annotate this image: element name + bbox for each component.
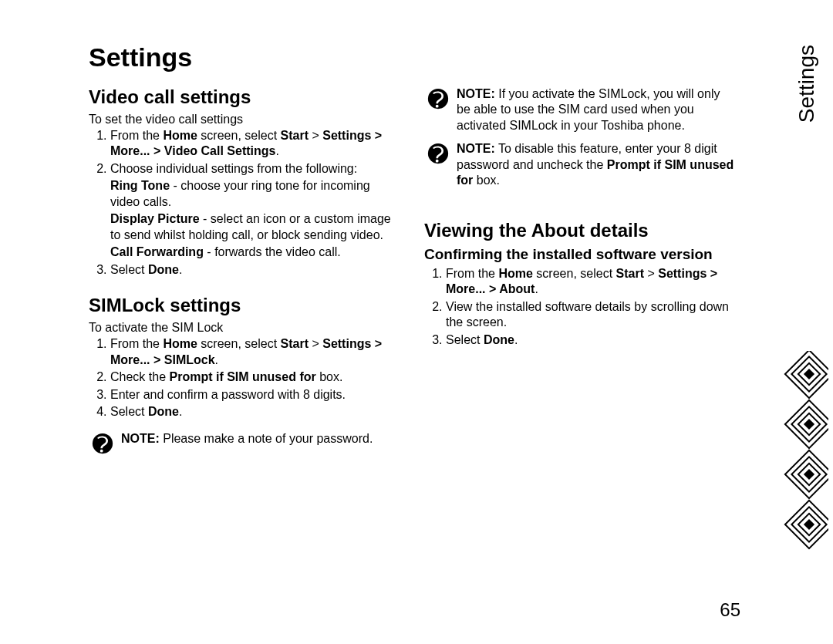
simlock-lead: To activate the SIM Lock (89, 321, 401, 335)
video-lead: To set the video call settings (89, 113, 401, 126)
left-column: Video call settings To set the video cal… (89, 86, 401, 462)
page-number: 65 (720, 599, 740, 621)
note-password: NOTE: Please make a note of your passwor… (92, 431, 401, 454)
video-step-2: Choose individual settings from the foll… (110, 161, 401, 261)
about-step-3: Select Done. (446, 332, 737, 348)
note-text: NOTE: If you activate the SIMLock, you w… (457, 86, 737, 133)
about-steps: From the Home screen, select Start > Set… (424, 266, 737, 348)
note-icon (92, 433, 113, 454)
video-steps: From the Home screen, select Start > Set… (89, 128, 401, 278)
svg-point-3 (436, 105, 439, 108)
right-column: NOTE: If you activate the SIMLock, you w… (424, 86, 737, 462)
note-text: NOTE: Please make a note of your passwor… (121, 431, 401, 447)
diamond-decoration (774, 351, 828, 551)
video-step-3: Select Done. (110, 262, 401, 278)
svg-rect-21 (804, 520, 813, 528)
svg-rect-17 (804, 470, 813, 478)
subheading-software-version: Confirming the installed software versio… (424, 246, 737, 263)
manual-page: Settings Settings Video call settings To… (0, 0, 833, 644)
about-step-1: From the Home screen, select Start > Set… (446, 266, 737, 298)
about-step-2: View the installed software details by s… (446, 299, 737, 331)
simlock-steps: From the Home screen, select Start > Set… (89, 336, 401, 420)
note-text: NOTE: To disable this feature, enter you… (457, 141, 737, 188)
side-tab-label: Settings (794, 45, 819, 123)
simlock-step-4: Select Done. (110, 404, 401, 420)
heading-simlock: SIMLock settings (89, 295, 401, 316)
heading-about: Viewing the About details (424, 220, 737, 241)
simlock-step-2: Check the Prompt if SIM unused for box. (110, 369, 401, 385)
note-icon (427, 88, 449, 110)
note-activate: NOTE: If you activate the SIMLock, you w… (427, 86, 737, 133)
svg-point-1 (100, 449, 103, 452)
svg-point-5 (436, 160, 439, 163)
heading-video-call: Video call settings (89, 86, 401, 108)
columns: Video call settings To set the video cal… (89, 86, 737, 462)
note-icon (427, 143, 449, 164)
svg-rect-13 (804, 420, 813, 428)
content-area: Settings Video call settings To set the … (89, 42, 737, 462)
svg-rect-9 (804, 369, 813, 378)
simlock-step-1: From the Home screen, select Start > Set… (110, 336, 401, 368)
simlock-step-3: Enter and confirm a password with 8 digi… (110, 387, 401, 403)
note-disable: NOTE: To disable this feature, enter you… (427, 141, 737, 188)
video-step-1: From the Home screen, select Start > Set… (110, 128, 401, 160)
page-title: Settings (89, 42, 737, 72)
